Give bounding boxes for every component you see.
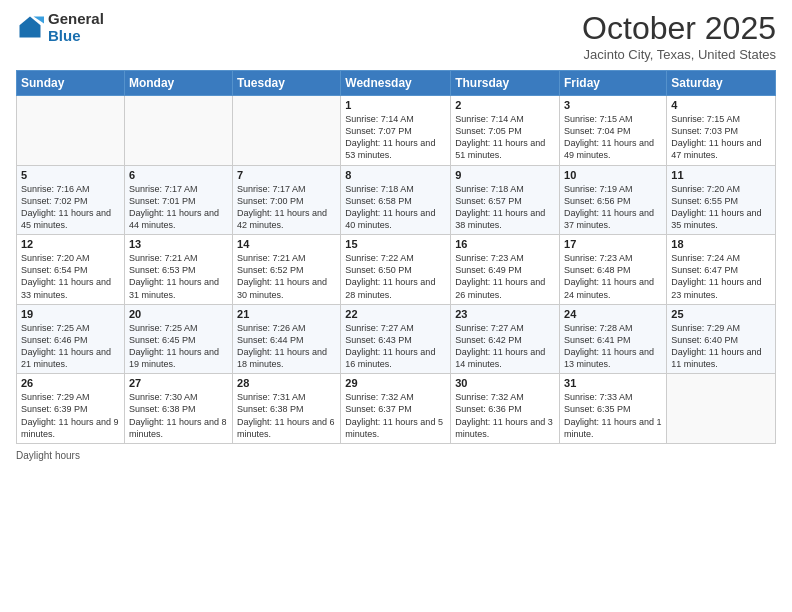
day-info: Sunrise: 7:22 AM Sunset: 6:50 PM Dayligh… [345,252,446,301]
day-info: Sunrise: 7:18 AM Sunset: 6:58 PM Dayligh… [345,183,446,232]
day-number: 13 [129,238,228,250]
day-info: Sunrise: 7:20 AM Sunset: 6:54 PM Dayligh… [21,252,120,301]
logo-general-text: General [48,10,104,27]
day-info: Sunrise: 7:21 AM Sunset: 6:53 PM Dayligh… [129,252,228,301]
day-number: 8 [345,169,446,181]
location: Jacinto City, Texas, United States [582,47,776,62]
calendar-cell: 22Sunrise: 7:27 AM Sunset: 6:43 PM Dayli… [341,304,451,374]
day-number: 16 [455,238,555,250]
day-number: 3 [564,99,662,111]
day-info: Sunrise: 7:15 AM Sunset: 7:03 PM Dayligh… [671,113,771,162]
calendar-cell: 21Sunrise: 7:26 AM Sunset: 6:44 PM Dayli… [233,304,341,374]
day-info: Sunrise: 7:18 AM Sunset: 6:57 PM Dayligh… [455,183,555,232]
weekday-header: Sunday [17,71,125,96]
calendar-week-row: 12Sunrise: 7:20 AM Sunset: 6:54 PM Dayli… [17,235,776,305]
calendar-cell: 19Sunrise: 7:25 AM Sunset: 6:46 PM Dayli… [17,304,125,374]
day-number: 22 [345,308,446,320]
day-info: Sunrise: 7:28 AM Sunset: 6:41 PM Dayligh… [564,322,662,371]
day-number: 19 [21,308,120,320]
day-number: 24 [564,308,662,320]
calendar-cell: 10Sunrise: 7:19 AM Sunset: 6:56 PM Dayli… [560,165,667,235]
calendar: SundayMondayTuesdayWednesdayThursdayFrid… [16,70,776,444]
day-number: 21 [237,308,336,320]
day-info: Sunrise: 7:33 AM Sunset: 6:35 PM Dayligh… [564,391,662,440]
day-number: 17 [564,238,662,250]
calendar-cell: 14Sunrise: 7:21 AM Sunset: 6:52 PM Dayli… [233,235,341,305]
calendar-week-row: 26Sunrise: 7:29 AM Sunset: 6:39 PM Dayli… [17,374,776,444]
weekday-header: Wednesday [341,71,451,96]
calendar-cell: 26Sunrise: 7:29 AM Sunset: 6:39 PM Dayli… [17,374,125,444]
day-number: 28 [237,377,336,389]
calendar-cell: 7Sunrise: 7:17 AM Sunset: 7:00 PM Daylig… [233,165,341,235]
calendar-cell [233,96,341,166]
day-number: 11 [671,169,771,181]
day-info: Sunrise: 7:14 AM Sunset: 7:05 PM Dayligh… [455,113,555,162]
day-info: Sunrise: 7:25 AM Sunset: 6:46 PM Dayligh… [21,322,120,371]
calendar-cell: 13Sunrise: 7:21 AM Sunset: 6:53 PM Dayli… [124,235,232,305]
calendar-cell: 6Sunrise: 7:17 AM Sunset: 7:01 PM Daylig… [124,165,232,235]
day-number: 10 [564,169,662,181]
weekday-header: Monday [124,71,232,96]
day-info: Sunrise: 7:25 AM Sunset: 6:45 PM Dayligh… [129,322,228,371]
calendar-cell: 15Sunrise: 7:22 AM Sunset: 6:50 PM Dayli… [341,235,451,305]
calendar-cell [124,96,232,166]
day-number: 5 [21,169,120,181]
weekday-header: Friday [560,71,667,96]
header: General Blue October 2025 Jacinto City, … [16,10,776,62]
calendar-week-row: 5Sunrise: 7:16 AM Sunset: 7:02 PM Daylig… [17,165,776,235]
day-number: 23 [455,308,555,320]
day-info: Sunrise: 7:31 AM Sunset: 6:38 PM Dayligh… [237,391,336,440]
weekday-header: Tuesday [233,71,341,96]
calendar-cell: 23Sunrise: 7:27 AM Sunset: 6:42 PM Dayli… [451,304,560,374]
calendar-header-row: SundayMondayTuesdayWednesdayThursdayFrid… [17,71,776,96]
page: General Blue October 2025 Jacinto City, … [0,0,792,612]
day-number: 14 [237,238,336,250]
calendar-cell: 4Sunrise: 7:15 AM Sunset: 7:03 PM Daylig… [667,96,776,166]
day-info: Sunrise: 7:27 AM Sunset: 6:42 PM Dayligh… [455,322,555,371]
footer: Daylight hours [16,450,776,461]
calendar-cell: 1Sunrise: 7:14 AM Sunset: 7:07 PM Daylig… [341,96,451,166]
day-info: Sunrise: 7:32 AM Sunset: 6:37 PM Dayligh… [345,391,446,440]
day-info: Sunrise: 7:20 AM Sunset: 6:55 PM Dayligh… [671,183,771,232]
day-number: 15 [345,238,446,250]
day-number: 4 [671,99,771,111]
daylight-hours-label: Daylight hours [16,450,80,461]
calendar-cell: 12Sunrise: 7:20 AM Sunset: 6:54 PM Dayli… [17,235,125,305]
day-info: Sunrise: 7:14 AM Sunset: 7:07 PM Dayligh… [345,113,446,162]
day-number: 29 [345,377,446,389]
day-number: 20 [129,308,228,320]
logo: General Blue [16,10,104,45]
day-number: 7 [237,169,336,181]
calendar-cell: 17Sunrise: 7:23 AM Sunset: 6:48 PM Dayli… [560,235,667,305]
day-info: Sunrise: 7:26 AM Sunset: 6:44 PM Dayligh… [237,322,336,371]
calendar-cell: 24Sunrise: 7:28 AM Sunset: 6:41 PM Dayli… [560,304,667,374]
day-info: Sunrise: 7:17 AM Sunset: 7:01 PM Dayligh… [129,183,228,232]
calendar-cell: 2Sunrise: 7:14 AM Sunset: 7:05 PM Daylig… [451,96,560,166]
month-title: October 2025 [582,10,776,47]
day-number: 6 [129,169,228,181]
day-number: 2 [455,99,555,111]
day-info: Sunrise: 7:30 AM Sunset: 6:38 PM Dayligh… [129,391,228,440]
day-number: 30 [455,377,555,389]
calendar-cell: 31Sunrise: 7:33 AM Sunset: 6:35 PM Dayli… [560,374,667,444]
calendar-cell [667,374,776,444]
calendar-cell: 18Sunrise: 7:24 AM Sunset: 6:47 PM Dayli… [667,235,776,305]
calendar-week-row: 19Sunrise: 7:25 AM Sunset: 6:46 PM Dayli… [17,304,776,374]
day-number: 1 [345,99,446,111]
calendar-cell [17,96,125,166]
day-info: Sunrise: 7:29 AM Sunset: 6:39 PM Dayligh… [21,391,120,440]
calendar-cell: 28Sunrise: 7:31 AM Sunset: 6:38 PM Dayli… [233,374,341,444]
day-info: Sunrise: 7:24 AM Sunset: 6:47 PM Dayligh… [671,252,771,301]
day-info: Sunrise: 7:23 AM Sunset: 6:48 PM Dayligh… [564,252,662,301]
calendar-cell: 20Sunrise: 7:25 AM Sunset: 6:45 PM Dayli… [124,304,232,374]
calendar-cell: 27Sunrise: 7:30 AM Sunset: 6:38 PM Dayli… [124,374,232,444]
day-info: Sunrise: 7:29 AM Sunset: 6:40 PM Dayligh… [671,322,771,371]
logo-blue-text: Blue [48,27,104,44]
day-info: Sunrise: 7:21 AM Sunset: 6:52 PM Dayligh… [237,252,336,301]
day-info: Sunrise: 7:23 AM Sunset: 6:49 PM Dayligh… [455,252,555,301]
day-info: Sunrise: 7:27 AM Sunset: 6:43 PM Dayligh… [345,322,446,371]
day-number: 31 [564,377,662,389]
day-number: 9 [455,169,555,181]
day-info: Sunrise: 7:19 AM Sunset: 6:56 PM Dayligh… [564,183,662,232]
weekday-header: Thursday [451,71,560,96]
